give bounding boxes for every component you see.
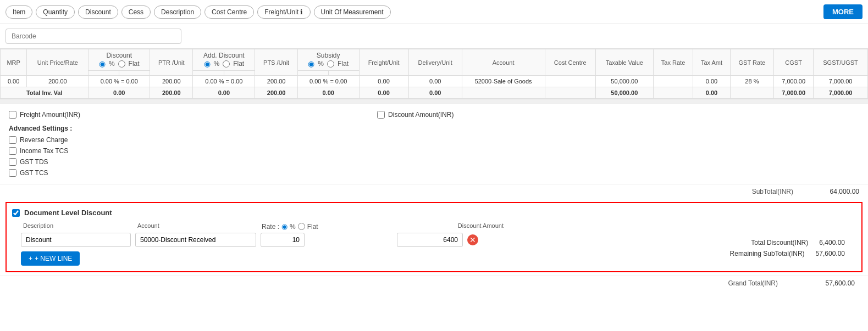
cell-account: 52000-Sale of Goods (462, 76, 545, 87)
more-button[interactable]: MORE (823, 4, 863, 19)
cell-freight: 0.00 (359, 76, 408, 87)
main-page: Item Quantity Discount Cess Description … (0, 0, 868, 331)
total-v5: 0.00 (297, 87, 359, 99)
col-cgst: CGST (774, 49, 814, 76)
col-ptr: PTR /Unit (150, 49, 193, 76)
income-tax-tcs-checkbox[interactable] (9, 147, 16, 155)
col-rate-header: Rate : ◉ % Flat (259, 222, 413, 231)
discount-content: Description Account Rate : ◉ % Flat Disc… (12, 222, 856, 266)
advanced-checkboxes: Reverse Charge Income Tax TCS GST TDS GS… (9, 134, 859, 178)
cell-sgst: 7,000.00 (814, 76, 868, 87)
discount-account-input[interactable] (135, 233, 256, 247)
grand-total-label: Grand Total(INR) (728, 279, 778, 287)
cell-add-discount: 0.00 % = 0.00 (193, 76, 255, 87)
subtotal-label: SubTotal(INR) (752, 188, 793, 195)
grand-total-row: Grand Total(INR) 57,600.00 (0, 276, 868, 290)
tag-freight[interactable]: Freight/Unit ℹ (257, 5, 310, 19)
freight-checkbox-input[interactable] (9, 111, 16, 119)
discount-checkbox-input[interactable] (377, 111, 385, 119)
col-tax-amt: Tax Amt (693, 49, 730, 76)
gst-tds-checkbox[interactable] (9, 158, 16, 166)
total-cgst: 7,000.00 (774, 87, 814, 99)
discount-rate-input[interactable] (261, 233, 305, 247)
tag-uom[interactable]: Unit Of Measurement (314, 5, 391, 19)
grand-total-value: 57,600.00 (800, 279, 855, 287)
col-delivery: Delivery/Unit (408, 49, 462, 76)
document-level-discount-label: Document Level Discount (24, 209, 112, 217)
tag-discount[interactable]: Discount (78, 5, 118, 19)
col-sub-pct (297, 71, 328, 76)
total-v3: 0.00 (193, 87, 255, 99)
cell-cost-centre (545, 76, 595, 87)
col-tax-rate: Tax Rate (653, 49, 693, 76)
rate-flat-radio[interactable] (298, 223, 305, 230)
total-v1: 0.00 (89, 87, 150, 99)
advanced-settings-section: Advanced Settings : Reverse Charge Incom… (9, 125, 859, 178)
col-unit-price: Unit Price/Rate (27, 49, 89, 76)
advanced-settings-label: Advanced Settings : (9, 125, 859, 132)
col-disc-pct (89, 71, 119, 76)
new-line-label: + NEW LINE (35, 255, 72, 262)
tag-cess[interactable]: Cess (121, 5, 151, 19)
discount-col-headers: Description Account Rate : ◉ % Flat Disc… (21, 222, 691, 231)
cell-cgst: 7,000.00 (774, 76, 814, 87)
subtotal-value: 64,000.00 (804, 188, 859, 195)
cell-taxable: 50,000.00 (595, 76, 653, 87)
income-tax-tcs-item[interactable]: Income Tax TCS (9, 145, 859, 156)
col-disc-amt-header: Discount Amount (416, 222, 504, 231)
total-cc (545, 87, 595, 99)
col-adddisc-val (224, 71, 255, 76)
total-v4: 200.00 (255, 87, 297, 99)
col-sub-val (328, 71, 359, 76)
total-label: Total Inv. Val (1, 87, 89, 99)
tag-description[interactable]: Description (154, 5, 201, 19)
plus-icon: + (29, 255, 32, 262)
col-mrp: MRP (1, 49, 27, 76)
tag-quantity[interactable]: Quantity (36, 5, 75, 19)
table-row: 0.00 200.00 0.00 % = 0.00 200.00 0.00 % … (1, 76, 868, 87)
gst-tds-item[interactable]: GST TDS (9, 156, 859, 167)
options-row: Freight Amount(INR) Discount Amount(INR) (9, 109, 859, 120)
item-table: MRP Unit Price/Rate Discount ◉ % Flat (0, 49, 868, 99)
col-gst-rate: GST Rate (730, 49, 774, 76)
col-freight: Freight/Unit (359, 49, 408, 76)
cell-subsidy: 0.00 % = 0.00 (297, 76, 359, 87)
col-taxable: Taxable Value (595, 49, 653, 76)
tag-item[interactable]: Item (5, 5, 32, 19)
cell-gst-rate: 28 % (730, 76, 774, 87)
col-account: Account (462, 49, 545, 76)
tag-cost-centre[interactable]: Cost Centre (204, 5, 254, 19)
total-tax-amt: 0.00 (693, 87, 730, 99)
total-gst-rate (730, 87, 774, 99)
gst-tcs-item[interactable]: GST TCS (9, 167, 859, 178)
barcode-input[interactable] (5, 29, 181, 44)
reverse-charge-label: Reverse Charge (20, 136, 68, 144)
remaining-subtotal-value: 57,600.00 (816, 250, 845, 257)
document-level-discount-section: Document Level Discount Description Acco… (5, 202, 863, 272)
cell-mrp: 0.00 (1, 76, 27, 87)
freight-amount-checkbox[interactable]: Freight Amount(INR) (9, 109, 80, 120)
cell-tax-rate (653, 76, 693, 87)
reverse-charge-item[interactable]: Reverse Charge (9, 134, 859, 145)
discount-amount-checkbox[interactable]: Discount Amount(INR) (377, 109, 454, 120)
discount-amount-input[interactable] (397, 233, 463, 247)
cell-unit-price: 200.00 (27, 76, 89, 87)
new-line-button[interactable]: + + NEW LINE (21, 251, 80, 266)
discount-description-input[interactable] (21, 233, 131, 247)
subtotal-row: SubTotal(INR) 64,000.00 (0, 184, 868, 199)
total-discount-label: Total Discount(INR) (751, 239, 808, 246)
cell-discount: 0.00 % = 0.00 (89, 76, 150, 87)
total-v7: 0.00 (408, 87, 462, 99)
remove-discount-line-button[interactable]: ✕ (467, 234, 478, 245)
cell-tax-amt: 0.00 (693, 76, 730, 87)
col-add-discount: Add. Discount ◉ % Flat (193, 49, 255, 71)
gst-tcs-checkbox[interactable] (9, 169, 16, 177)
document-level-discount-checkbox[interactable] (12, 209, 20, 217)
col-adddisc-pct (193, 71, 224, 76)
reverse-charge-checkbox[interactable] (9, 136, 16, 144)
col-discount: Discount ◉ % Flat (89, 49, 150, 71)
total-v6: 0.00 (359, 87, 408, 99)
col-acc-header: Account (133, 222, 257, 231)
scroll-bar (0, 99, 868, 103)
total-discount-row: Total Discount(INR) 6,400.00 (691, 239, 845, 246)
